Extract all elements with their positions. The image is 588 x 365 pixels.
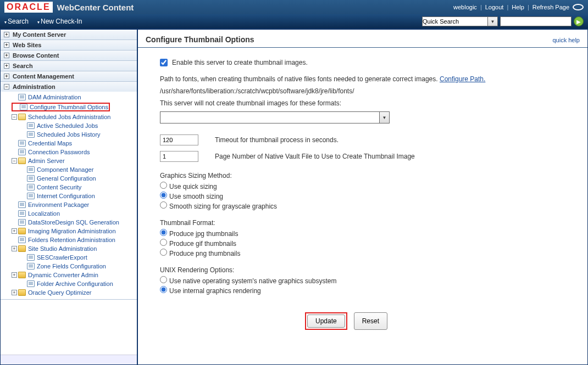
sidebar-scrollbar[interactable]	[1, 355, 137, 364]
formats-dropdown[interactable]	[160, 111, 380, 123]
collapse-icon[interactable]: −	[12, 158, 17, 164]
page-icon	[18, 94, 26, 100]
expand-icon[interactable]: +	[4, 42, 9, 48]
tree-jobs-history[interactable]: Scheduled Jobs History	[3, 130, 137, 139]
page-icon	[18, 149, 26, 155]
new-checkin-label: New Check-In	[41, 18, 82, 25]
formats-label: This server will not create thumbnail im…	[160, 99, 565, 107]
fonts-path-value: /usr/share/fonts/liberation:/scratch/wcp…	[160, 87, 565, 95]
folder-open-icon	[18, 114, 26, 120]
user-link[interactable]: weblogic	[453, 4, 477, 10]
new-checkin-menu[interactable]: ▾New Check-In	[37, 18, 82, 25]
reset-button[interactable]: Reset	[354, 312, 387, 330]
timeout-label: Timeout for thumbnail process in seconds…	[215, 136, 339, 144]
page-icon	[18, 140, 26, 147]
tree-site-studio[interactable]: +Site Studio Administration	[3, 244, 137, 253]
collapse-icon[interactable]: −	[4, 84, 9, 89]
expand-icon[interactable]: +	[4, 32, 9, 37]
expand-icon[interactable]: +	[4, 63, 9, 69]
section-web-sites[interactable]: +Web Sites	[1, 40, 137, 50]
quick-search-dropdown-icon[interactable]: ▼	[488, 16, 498, 26]
page-icon	[27, 193, 35, 199]
page-icon	[18, 210, 26, 217]
section-administration[interactable]: −Administration	[1, 82, 137, 92]
folder-icon	[18, 289, 26, 296]
expand-icon[interactable]: +	[12, 228, 17, 234]
quick-search-select[interactable]	[422, 16, 488, 26]
tree-datastore-sql[interactable]: DataStoreDesign SQL Generation	[3, 218, 137, 227]
search-menu-label: Search	[8, 18, 29, 25]
quick-search-input[interactable]	[500, 16, 572, 26]
logout-link[interactable]: Logout	[485, 4, 504, 10]
tree-component-manager[interactable]: Component Manager	[3, 165, 137, 174]
banner-links: weblogic | Logout | Help | Refresh Page	[453, 4, 584, 10]
page-number-label: Page Number of Native Vault File to Use …	[215, 153, 415, 160]
tree-dam-admin[interactable]: DAM Administration	[3, 93, 137, 102]
enable-thumbnails-checkbox[interactable]	[160, 59, 168, 66]
tree-connection-passwords[interactable]: Connection Passwords	[3, 148, 137, 156]
thumbnail-format-group: Produce jpg thumbnails Produce gif thumb…	[160, 229, 565, 259]
main-header: Configure Thumbnail Options quick help	[138, 30, 587, 48]
page-icon	[18, 219, 26, 226]
tree-oracle-query-optimizer[interactable]: +Oracle Query Optimizer	[3, 288, 137, 297]
sizing-smooth-option[interactable]: Use smooth sizing	[160, 192, 565, 201]
search-menu[interactable]: ▾Search	[4, 18, 29, 25]
section-content-management[interactable]: +Content Management	[1, 71, 137, 81]
tree-configure-thumbnail[interactable]: Configure Thumbnail Options	[3, 102, 137, 113]
timeout-input[interactable]	[160, 134, 198, 145]
tree-active-jobs[interactable]: Active Scheduled Jobs	[3, 121, 137, 130]
expand-icon[interactable]: +	[12, 290, 17, 295]
content-form: Enable this server to create thumbnail i…	[138, 48, 587, 341]
sidebar-scroll[interactable]: +My Content Server +Web Sites +Browse Co…	[1, 30, 137, 355]
admin-tree: DAM Administration Configure Thumbnail O…	[1, 92, 137, 299]
expand-icon[interactable]: +	[4, 74, 9, 79]
format-png-option[interactable]: Produce png thumbnails	[160, 249, 565, 259]
search-go-button[interactable]: ▶	[574, 16, 584, 26]
tree-folder-archive[interactable]: Folder Archive Configuration	[3, 279, 137, 288]
tree-folders-retention[interactable]: Folders Retention Administration	[3, 235, 137, 244]
tree-localization[interactable]: Localization	[3, 209, 137, 218]
quick-search-wrap: ▼ ▶	[422, 16, 584, 26]
tree-credential-maps[interactable]: Credential Maps	[3, 139, 137, 148]
expand-icon[interactable]: +	[12, 272, 17, 278]
page-icon	[27, 166, 35, 173]
quick-help-link[interactable]: quick help	[552, 37, 580, 43]
update-button[interactable]: Update	[307, 315, 345, 328]
section-browse-content[interactable]: +Browse Content	[1, 50, 137, 60]
page-number-input[interactable]	[160, 151, 198, 162]
sizing-quick-option[interactable]: Use quick sizing	[160, 182, 565, 192]
chevron-down-icon: ▾	[37, 20, 40, 25]
refresh-link[interactable]: Refresh Page	[532, 4, 569, 10]
unix-native-option[interactable]: Use native operating system's native gra…	[160, 276, 565, 286]
page-title: Configure Thumbnail Options	[146, 35, 254, 44]
page-icon	[27, 254, 35, 261]
configure-path-link[interactable]: Configure Path.	[440, 75, 485, 83]
help-link[interactable]: Help	[512, 4, 524, 10]
top-banner: ORACLE WebCenter Content weblogic | Logo…	[0, 0, 588, 14]
expand-icon[interactable]: +	[12, 246, 17, 251]
main-panel: Configure Thumbnail Options quick help E…	[138, 30, 587, 364]
tree-dynamic-converter[interactable]: +Dynamic Converter Admin	[3, 271, 137, 279]
page-icon	[27, 280, 35, 287]
tree-ses-crawler[interactable]: SESCrawlerExport	[3, 253, 137, 262]
tree-content-security[interactable]: Content Security	[3, 183, 137, 192]
tree-internet-configuration[interactable]: Internet Configuration	[3, 192, 137, 200]
collapse-icon[interactable]: −	[12, 114, 17, 120]
sizing-grayscale-option[interactable]: Smooth sizing for grayscale graphics	[160, 201, 565, 211]
tree-scheduled-jobs[interactable]: −Scheduled Jobs Administration	[3, 113, 137, 121]
format-gif-option[interactable]: Produce gif thumbnails	[160, 239, 565, 249]
menu-bar: ▾Search ▾New Check-In ▼ ▶	[0, 14, 588, 29]
section-my-content[interactable]: +My Content Server	[1, 30, 137, 40]
tree-general-configuration[interactable]: General Configuration	[3, 174, 137, 183]
folder-open-icon	[18, 158, 26, 164]
expand-icon[interactable]: +	[4, 53, 9, 58]
chevron-down-icon[interactable]: ▼	[380, 111, 390, 123]
page-icon	[18, 201, 26, 208]
tree-imaging-migration[interactable]: +Imaging Migration Administration	[3, 227, 137, 235]
tree-environment-packager[interactable]: Environment Packager	[3, 200, 137, 209]
format-jpg-option[interactable]: Produce jpg thumbnails	[160, 229, 565, 239]
tree-admin-server[interactable]: −Admin Server	[3, 156, 137, 165]
unix-internal-option[interactable]: Use internal graphics rendering	[160, 286, 565, 296]
section-search[interactable]: +Search	[1, 61, 137, 71]
tree-zone-fields[interactable]: Zone Fields Configuration	[3, 262, 137, 271]
